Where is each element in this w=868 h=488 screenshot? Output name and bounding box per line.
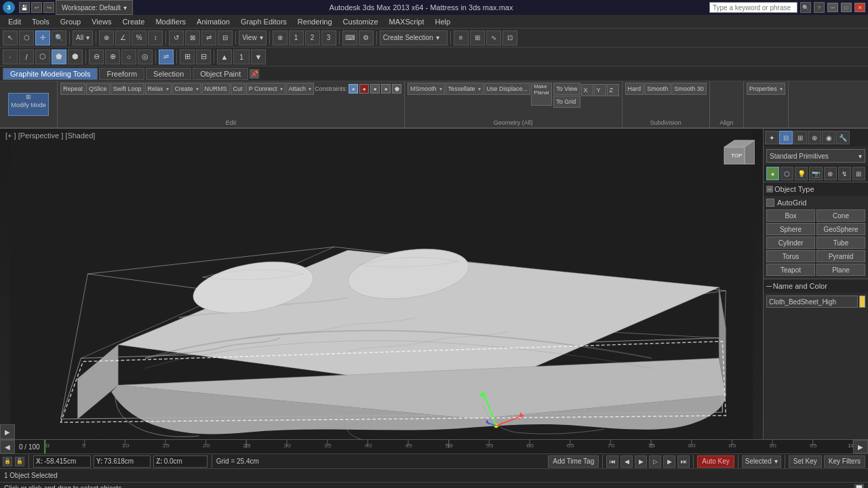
view-dropdown[interactable]: View ▾: [239, 30, 267, 45]
swift-loop-btn[interactable]: Swift Loop: [111, 83, 144, 95]
mirror-mod-btn[interactable]: ⇌: [159, 49, 174, 64]
border-btn[interactable]: ⬡: [35, 49, 50, 64]
num-2-btn[interactable]: 2: [305, 30, 320, 45]
autogrid-checkbox[interactable]: [766, 199, 774, 207]
scale-btn[interactable]: ⊠: [185, 30, 200, 45]
go-to-start-btn[interactable]: ⏮: [606, 455, 618, 468]
msmooth-btn[interactable]: MSmooth ▾: [408, 83, 445, 95]
name-color-collapse-btn[interactable]: ─: [766, 282, 772, 290]
modify-tab[interactable]: ⊟: [779, 131, 793, 144]
viewport[interactable]: [+ ] [Perspective ] [Shaded]: [0, 129, 763, 439]
menu-create[interactable]: Create: [117, 16, 150, 27]
snap-percent-btn[interactable]: %: [132, 30, 146, 45]
num-1-btn[interactable]: 1: [289, 30, 304, 45]
to-view-btn[interactable]: To View: [553, 83, 580, 95]
hierarchy-tab[interactable]: ⊞: [793, 131, 807, 144]
search-btn[interactable]: 🔍: [800, 2, 811, 13]
mirror-btn[interactable]: ⇌: [201, 30, 216, 45]
play-btn[interactable]: ▶: [635, 455, 647, 468]
nurms-btn[interactable]: NURMS: [202, 83, 230, 95]
viewport-cube[interactable]: TOP: [721, 137, 755, 171]
select-object-btn[interactable]: ↖: [3, 30, 18, 45]
create-selection-dropdown[interactable]: Create Selection ▾: [380, 30, 448, 45]
cone-btn[interactable]: Cone: [816, 209, 865, 222]
polygon-btn[interactable]: ⬟: [52, 49, 66, 64]
schematic-btn[interactable]: ⊡: [502, 30, 517, 45]
snap-toggle-btn[interactable]: ⊕: [99, 30, 114, 45]
element-btn[interactable]: ⬢: [68, 49, 83, 64]
prev-frame-btn[interactable]: ◀: [620, 455, 633, 468]
constraint-face-btn[interactable]: ●: [370, 84, 380, 94]
snap-spinner-btn[interactable]: ↕: [148, 30, 163, 45]
edge-btn[interactable]: /: [19, 49, 34, 64]
viewport-lock-icon[interactable]: ⬜: [854, 484, 864, 489]
relax-btn[interactable]: Relax ▾: [145, 83, 172, 95]
render-setup-btn[interactable]: ⚙: [359, 30, 374, 45]
tab-graphite-modeling[interactable]: Graphite Modeling Tools: [3, 68, 98, 80]
selected-mode-dropdown[interactable]: Selected ▾: [742, 455, 781, 468]
cut-btn[interactable]: Cut: [231, 83, 245, 95]
shapes-subtype[interactable]: ⬡: [781, 167, 793, 180]
object-color-swatch[interactable]: [859, 296, 865, 308]
menu-graph-editors[interactable]: Graph Editors: [235, 16, 292, 27]
smooth30-btn[interactable]: Smooth 30: [671, 83, 707, 95]
menu-customize[interactable]: Customize: [338, 16, 384, 27]
iter-down-btn[interactable]: ▲: [217, 49, 232, 64]
tessellate-btn[interactable]: Tessellate ▾: [446, 83, 484, 95]
sel-loop-btn[interactable]: ◎: [138, 49, 153, 64]
use-displace-btn[interactable]: Use Displace...: [484, 83, 531, 95]
select-filter-dropdown[interactable]: All ▾: [73, 30, 93, 45]
align-btn[interactable]: ⊟: [218, 30, 233, 45]
maximize-button[interactable]: □: [841, 3, 852, 12]
timeline-right-expand-btn[interactable]: ▶: [853, 440, 868, 453]
select-filter-btn[interactable]: 🔍: [52, 30, 66, 45]
tab-selection[interactable]: Selection: [146, 68, 191, 80]
sel-ring-btn[interactable]: ○: [121, 49, 136, 64]
smooth-btn[interactable]: Smooth: [644, 83, 671, 95]
select-move-btn[interactable]: ✛: [35, 30, 50, 45]
menu-help[interactable]: Help: [430, 16, 456, 27]
menu-views[interactable]: Views: [86, 16, 117, 27]
z-coord-input[interactable]: [164, 458, 205, 465]
systems-subtype[interactable]: ⊞: [852, 167, 865, 180]
go-to-end-btn[interactable]: ⏭: [677, 455, 690, 468]
motion-tab[interactable]: ⊕: [808, 131, 821, 144]
workspace-selector[interactable]: Workspace: Default ▾: [56, 0, 133, 15]
use-NURMS-btn[interactable]: ⊟: [196, 49, 211, 64]
play-selected-btn[interactable]: ▷: [649, 455, 661, 468]
z-axis-btn[interactable]: Z: [607, 84, 619, 96]
rotate-btn[interactable]: ↺: [169, 30, 184, 45]
geosphere-btn[interactable]: GeoSphere: [816, 223, 865, 235]
ribbon-pin[interactable]: 📌: [250, 69, 259, 79]
y-axis-btn[interactable]: Y: [594, 84, 606, 96]
close-button[interactable]: ✕: [854, 3, 865, 12]
undo-icon[interactable]: ↩: [31, 2, 42, 13]
shrink-sel-btn[interactable]: ⊖: [89, 49, 104, 64]
snap-angle-btn[interactable]: ∠: [115, 30, 130, 45]
to-grid-btn[interactable]: To Grid: [553, 96, 580, 108]
modify-mode-btn[interactable]: ⊞ Modify Mode: [8, 93, 49, 116]
utilities-tab[interactable]: 🔧: [836, 131, 850, 144]
helpers-subtype[interactable]: ⊕: [824, 167, 837, 180]
menu-rendering[interactable]: Rendering: [292, 16, 338, 27]
repeat-btn[interactable]: Repeat: [60, 83, 85, 95]
iter-up-btn[interactable]: ▼: [251, 49, 266, 64]
timeline-bar[interactable]: 0 5 10 15 20 25 30 35 40 45 50: [44, 440, 853, 453]
sphere-btn[interactable]: Sphere: [766, 223, 815, 235]
select-region-btn[interactable]: ⬡: [19, 30, 34, 45]
layer-btn[interactable]: ≡: [454, 30, 469, 45]
box-btn[interactable]: Box: [766, 209, 815, 222]
vertex-btn[interactable]: ·: [3, 49, 18, 64]
plane-btn[interactable]: Plane: [816, 264, 865, 276]
scene-explorer-btn[interactable]: ⊞: [470, 30, 485, 45]
grow-sel-btn[interactable]: ⊕: [105, 49, 120, 64]
help-icon[interactable]: ?: [814, 2, 825, 13]
torus-btn[interactable]: Torus: [766, 250, 815, 262]
menu-group[interactable]: Group: [55, 16, 87, 27]
autokey-button[interactable]: Auto Key: [697, 455, 734, 468]
constraint-extra-btn[interactable]: ⬟: [392, 84, 401, 94]
menu-edit[interactable]: Edit: [3, 16, 26, 27]
constraint-normal-btn[interactable]: ●: [381, 84, 391, 94]
object-type-collapse-btn[interactable]: ─: [766, 186, 773, 192]
cylinder-btn[interactable]: Cylinder: [766, 237, 815, 249]
